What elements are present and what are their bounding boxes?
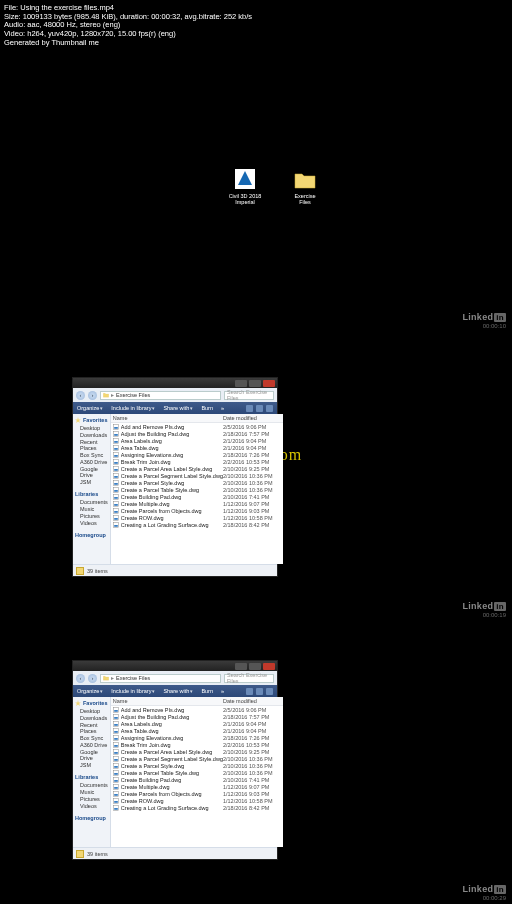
search-input[interactable]: Search Exercise Files: [224, 391, 274, 400]
sidebar-favorites-header[interactable]: Favorites: [74, 416, 109, 424]
column-date-header[interactable]: Date modified: [223, 415, 281, 421]
include-in-library-button[interactable]: Include in library▾: [111, 688, 155, 694]
close-button[interactable]: [263, 380, 275, 387]
file-row[interactable]: Area Table.dwg2/1/2016 9:04 PM: [111, 727, 283, 734]
window-titlebar[interactable]: [73, 378, 277, 388]
sidebar-item[interactable]: Pictures: [74, 512, 109, 519]
column-headers[interactable]: Name Date modified: [111, 414, 283, 423]
file-row[interactable]: Create a Parcel Style.dwg2/10/2016 10:36…: [111, 762, 283, 769]
desktop-icon-exercise-files[interactable]: Exercise Files: [288, 168, 322, 205]
sidebar-item[interactable]: Videos: [74, 802, 109, 809]
organize-button[interactable]: Organize▾: [77, 688, 103, 694]
column-name-header[interactable]: Name: [113, 698, 223, 704]
sidebar-item[interactable]: Google Drive: [74, 748, 109, 761]
more-button[interactable]: »: [221, 688, 224, 694]
sidebar-item[interactable]: Downloads: [74, 431, 109, 438]
sidebar-item[interactable]: Music: [74, 788, 109, 795]
desktop-icon-civil3d[interactable]: Civil 3D 2018 Imperial: [228, 168, 262, 205]
svg-rect-59: [114, 794, 118, 796]
address-bar[interactable]: ▸ Exercise Files: [100, 391, 221, 400]
sidebar-item[interactable]: Recent Places: [74, 438, 109, 451]
sidebar-item[interactable]: Desktop: [74, 424, 109, 431]
file-row[interactable]: Area Labels.dwg2/1/2016 9:04 PM: [111, 437, 283, 444]
back-button[interactable]: ‹: [76, 674, 85, 683]
sidebar-item[interactable]: JSM: [74, 478, 109, 485]
window-titlebar[interactable]: [73, 661, 277, 671]
column-date-header[interactable]: Date modified: [223, 698, 281, 704]
minimize-button[interactable]: [235, 380, 247, 387]
view-options-icon[interactable]: [246, 688, 253, 695]
file-row[interactable]: Create Parcels from Objects.dwg1/12/2016…: [111, 507, 283, 514]
file-row[interactable]: Create a Parcel Segment Label Style.dwg2…: [111, 755, 283, 762]
burn-button[interactable]: Burn: [201, 405, 213, 411]
file-row[interactable]: Assigning Elevations.dwg2/18/2016 7:26 P…: [111, 451, 283, 458]
file-row[interactable]: Adjust the Building Pad.dwg2/18/2016 7:5…: [111, 713, 283, 720]
help-icon[interactable]: [266, 405, 273, 412]
sidebar-item[interactable]: Pictures: [74, 795, 109, 802]
minimize-button[interactable]: [235, 663, 247, 670]
file-row[interactable]: Assigning Elevations.dwg2/18/2016 7:26 P…: [111, 734, 283, 741]
file-row[interactable]: Create Building Pad.dwg2/10/2016 7:41 PM: [111, 776, 283, 783]
sidebar-item[interactable]: Documents: [74, 498, 109, 505]
preview-pane-icon[interactable]: [256, 405, 263, 412]
file-row[interactable]: Break Trim Join.dwg2/2/2016 10:53 PM: [111, 458, 283, 465]
back-button[interactable]: ‹: [76, 391, 85, 400]
view-options-icon[interactable]: [246, 405, 253, 412]
column-headers[interactable]: Name Date modified: [111, 697, 283, 706]
close-button[interactable]: [263, 663, 275, 670]
chevron-right-icon: ▸: [111, 392, 114, 398]
sidebar-item[interactable]: Downloads: [74, 714, 109, 721]
sidebar-homegroup-header[interactable]: Homegroup: [74, 814, 109, 822]
sidebar-item[interactable]: Desktop: [74, 707, 109, 714]
file-row[interactable]: Create Multiple.dwg1/12/2016 9:07 PM: [111, 783, 283, 790]
file-row[interactable]: Create Parcels from Objects.dwg1/12/2016…: [111, 790, 283, 797]
file-row[interactable]: Area Table.dwg2/1/2016 9:04 PM: [111, 444, 283, 451]
address-bar[interactable]: ▸ Exercise Files: [100, 674, 221, 683]
sidebar-favorites-header[interactable]: Favorites: [74, 699, 109, 707]
search-input[interactable]: Search Exercise Files: [224, 674, 274, 683]
burn-button[interactable]: Burn: [201, 688, 213, 694]
file-row[interactable]: Create ROW.dwg1/12/2016 10:58 PM: [111, 797, 283, 804]
sidebar-item[interactable]: Recent Places: [74, 721, 109, 734]
maximize-button[interactable]: [249, 663, 261, 670]
column-name-header[interactable]: Name: [113, 415, 223, 421]
share-with-button[interactable]: Share with▾: [163, 405, 193, 411]
forward-button[interactable]: ›: [88, 391, 97, 400]
file-row[interactable]: Creating a Lot Grading Surface.dwg2/18/2…: [111, 521, 283, 528]
file-row[interactable]: Add and Remove PIs.dwg2/5/2016 9:06 PM: [111, 423, 283, 430]
sidebar-item[interactable]: Google Drive: [74, 465, 109, 478]
share-with-button[interactable]: Share with▾: [163, 688, 193, 694]
sidebar-item[interactable]: Box Sync: [74, 734, 109, 741]
file-row[interactable]: Create Building Pad.dwg2/10/2016 7:41 PM: [111, 493, 283, 500]
sidebar-libraries-header[interactable]: Libraries: [74, 490, 109, 498]
include-in-library-button[interactable]: Include in library▾: [111, 405, 155, 411]
file-row[interactable]: Area Labels.dwg2/1/2016 9:04 PM: [111, 720, 283, 727]
file-row[interactable]: Create a Parcel Table Style.dwg2/10/2016…: [111, 486, 283, 493]
sidebar-item[interactable]: JSM: [74, 761, 109, 768]
file-row[interactable]: Creating a Lot Grading Surface.dwg2/18/2…: [111, 804, 283, 811]
file-row[interactable]: Create a Parcel Style.dwg2/10/2016 10:36…: [111, 479, 283, 486]
sidebar-homegroup-header[interactable]: Homegroup: [74, 531, 109, 539]
more-button[interactable]: »: [221, 405, 224, 411]
sidebar-item[interactable]: Music: [74, 505, 109, 512]
sidebar-item[interactable]: Documents: [74, 781, 109, 788]
sidebar-item[interactable]: A360 Drive: [74, 741, 109, 748]
forward-button[interactable]: ›: [88, 674, 97, 683]
file-row[interactable]: Create a Parcel Table Style.dwg2/10/2016…: [111, 769, 283, 776]
sidebar-item[interactable]: Videos: [74, 519, 109, 526]
sidebar-libraries-header[interactable]: Libraries: [74, 773, 109, 781]
file-row[interactable]: Add and Remove PIs.dwg2/5/2016 9:06 PM: [111, 706, 283, 713]
file-row[interactable]: Create Multiple.dwg1/12/2016 9:07 PM: [111, 500, 283, 507]
file-row[interactable]: Create a Parcel Segment Label Style.dwg2…: [111, 472, 283, 479]
preview-pane-icon[interactable]: [256, 688, 263, 695]
file-row[interactable]: Create ROW.dwg1/12/2016 10:58 PM: [111, 514, 283, 521]
maximize-button[interactable]: [249, 380, 261, 387]
file-row[interactable]: Create a Parcel Area Label Style.dwg2/10…: [111, 748, 283, 755]
sidebar-item[interactable]: A360 Drive: [74, 458, 109, 465]
help-icon[interactable]: [266, 688, 273, 695]
file-row[interactable]: Adjust the Building Pad.dwg2/18/2016 7:5…: [111, 430, 283, 437]
file-row[interactable]: Break Trim Join.dwg2/2/2016 10:53 PM: [111, 741, 283, 748]
file-row[interactable]: Create a Parcel Area Label Style.dwg2/10…: [111, 465, 283, 472]
sidebar-item[interactable]: Box Sync: [74, 451, 109, 458]
organize-button[interactable]: Organize▾: [77, 405, 103, 411]
